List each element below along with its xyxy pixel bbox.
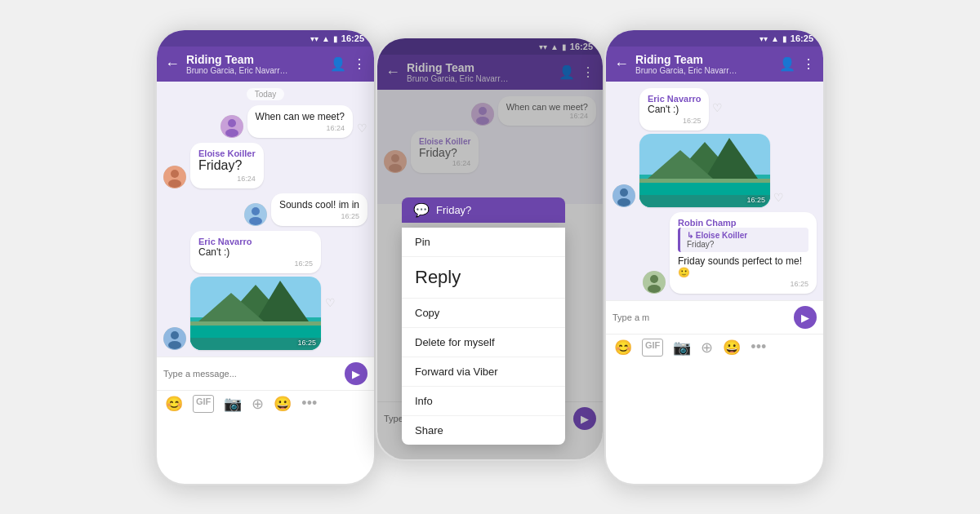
sender-name-2: Eloise Koiller (198, 148, 256, 158)
bubble-r1: Eric Navarro Can't :) 16:25 (639, 88, 709, 131)
more-icon-left[interactable]: ⋮ (353, 56, 366, 72)
msg-text-2: Friday? (198, 158, 256, 173)
more-icon-right[interactable]: ⋮ (802, 56, 815, 72)
menu-item-reply[interactable]: Reply (402, 257, 565, 299)
msg-text-r1: Can't :) (648, 104, 701, 115)
svg-point-7 (252, 207, 260, 215)
gif-icon-right[interactable]: GIF (642, 339, 663, 357)
msg-time-1: 16:24 (256, 124, 345, 132)
more-tools-icon-left[interactable]: ••• (301, 395, 317, 413)
quote-sender: ↳ Eloise Koiller (687, 231, 802, 240)
group-title-left: Riding Team (186, 53, 323, 66)
battery-icon: ▮ (333, 34, 338, 43)
heart-icon-r1[interactable]: ♡ (712, 101, 723, 114)
quote-text: Friday? (687, 240, 802, 249)
img-time-left: 16:25 (297, 339, 316, 347)
send-button-right[interactable]: ▶ (794, 306, 817, 329)
sticker-icon-left[interactable]: 😀 (274, 395, 292, 413)
back-button-right[interactable]: ← (614, 55, 629, 73)
message-row-3: Sounds cool! im in 16:25 (163, 193, 368, 226)
msg-text-1: When can we meet? (256, 111, 345, 122)
bubble-1: When can we meet? 16:24 (247, 105, 353, 138)
date-label-left: Today (247, 88, 285, 100)
camera-icon-right[interactable]: 📷 (673, 339, 691, 357)
menu-item-pin[interactable]: Pin (402, 228, 565, 257)
sender-name-r1: Eric Navarro (648, 94, 701, 104)
avatar-eloise (163, 166, 186, 188)
message-input-left[interactable] (163, 369, 340, 379)
reply-quote: ↳ Eloise Koiller Friday? (678, 228, 808, 252)
msg-text-3: Sounds cool! im in (279, 199, 359, 210)
svg-rect-35 (639, 179, 770, 183)
status-bar-left: ▾▾ ▲ ▮ 16:25 (157, 30, 374, 47)
header-info-left: Riding Team Bruno Garcia, Eric Navarro, … (186, 53, 323, 75)
signal-icon-r: ▾▾ (760, 34, 768, 43)
context-bubble-preview: 💬 Friday? (402, 197, 565, 223)
scan-icon-left[interactable]: ⊕ (252, 395, 264, 413)
svg-point-11 (168, 341, 181, 349)
chat-toolbar-left: 😊 GIF 📷 ⊕ 😀 ••• (157, 390, 374, 417)
chat-input-right: ▶ (606, 300, 823, 334)
img-bubble-right: 16:25 (639, 134, 770, 207)
chat-header-right: ← Riding Team Bruno Garcia, Eric Navarro… (606, 47, 823, 82)
wifi-icon: ▲ (322, 34, 330, 43)
msg-time-2: 16:24 (198, 175, 256, 183)
contact-icon-left[interactable]: 👤 (330, 56, 346, 72)
msg-time-3: 16:25 (279, 212, 359, 220)
avatar-robin (643, 271, 666, 294)
emoji-icon-right[interactable]: 😊 (614, 339, 632, 357)
more-tools-icon-right[interactable]: ••• (751, 339, 766, 357)
group-subtitle-right: Bruno Garcia, Eric Navarro, Julia Calvo.… (635, 66, 742, 75)
svg-point-1 (228, 119, 236, 127)
sticker-icon-right[interactable]: 😀 (723, 339, 741, 357)
phone-center: ▾▾ ▲ ▮ 16:25 ← Riding Team Bruno Garcia,… (376, 37, 604, 461)
message-input-right[interactable] (612, 312, 789, 322)
group-title-right: Riding Team (635, 53, 773, 66)
header-icons-right: 👤 ⋮ (779, 56, 815, 72)
menu-item-copy[interactable]: Copy (402, 299, 565, 328)
back-button-left[interactable]: ← (165, 55, 180, 73)
message-row-4: Eric Navarro Can't :) 16:25 (163, 231, 368, 350)
menu-item-share[interactable]: Share (402, 416, 565, 445)
heart-icon-img-right[interactable]: ♡ (773, 191, 784, 204)
svg-point-39 (648, 285, 661, 293)
gif-icon-left[interactable]: GIF (193, 395, 214, 413)
phone-right: ▾▾ ▲ ▮ 16:25 ← Riding Team Bruno Garcia,… (604, 29, 825, 485)
sender-name-4: Eric Navarro (198, 237, 313, 246)
send-button-left[interactable]: ▶ (345, 362, 368, 385)
heart-icon-img-left[interactable]: ♡ (325, 296, 336, 309)
emoji-icon-left[interactable]: 😊 (165, 395, 183, 413)
bubble-2: Eloise Koiller Friday? 16:24 (190, 143, 264, 188)
menu-item-delete[interactable]: Delete for myself (402, 328, 565, 357)
message-row-r3: Robin Champ ↳ Eloise Koiller Friday? Fri… (612, 212, 817, 294)
header-info-right: Riding Team Bruno Garcia, Eric Navarro, … (635, 53, 773, 75)
message-row-1: ♡ When can we meet? 16:24 (163, 105, 368, 138)
status-bar-right: ▾▾ ▲ ▮ 16:25 (606, 30, 823, 47)
menu-item-info[interactable]: Info (402, 387, 565, 416)
img-time-right: 16:25 (746, 196, 765, 204)
bubble-r3: Robin Champ ↳ Eloise Koiller Friday? Fri… (670, 212, 817, 294)
battery-icon-r: ▮ (782, 34, 787, 43)
avatar-eric-right (612, 184, 635, 207)
group-subtitle-left: Bruno Garcia, Eric Navarro, Julia Calvo.… (186, 66, 292, 75)
chat-body-right: Eric Navarro Can't :) 16:25 ♡ (606, 82, 823, 300)
avatar-eric-left (163, 327, 186, 350)
menu-item-forward[interactable]: Forward via Viber (402, 357, 565, 387)
signal-icon: ▾▾ (310, 34, 318, 43)
svg-point-5 (168, 179, 181, 188)
avatar-3 (244, 203, 267, 226)
message-row-r1: Eric Navarro Can't :) 16:25 ♡ (612, 88, 817, 207)
scan-icon-right[interactable]: ⊕ (701, 339, 713, 357)
msg-time-4: 16:25 (198, 259, 313, 268)
context-menu: Pin Reply Copy Delete for myself Forward… (402, 228, 565, 445)
contact-icon-right[interactable]: 👤 (779, 56, 795, 72)
message-row-2: Eloise Koiller Friday? 16:24 (163, 143, 368, 188)
context-preview-text: Friday? (436, 204, 471, 216)
wifi-icon-r: ▲ (771, 34, 779, 43)
time-left: 16:25 (341, 33, 364, 43)
phone-left: ▾▾ ▲ ▮ 16:25 ← Riding Team Bruno Garcia,… (155, 29, 376, 485)
avatar-1 (220, 115, 243, 138)
camera-icon-left[interactable]: 📷 (224, 395, 242, 413)
svg-rect-18 (190, 321, 321, 326)
heart-icon-1[interactable]: ♡ (357, 122, 368, 135)
